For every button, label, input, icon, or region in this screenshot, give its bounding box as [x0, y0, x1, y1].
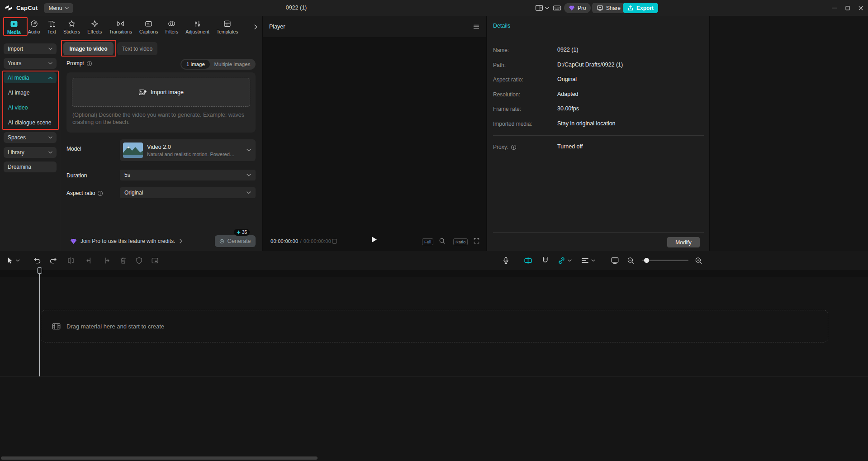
timeline-area[interactable]: Drag material here and start to create	[0, 270, 868, 461]
timeline-toolbar	[0, 251, 868, 270]
generate-button[interactable]: Generate	[215, 235, 256, 247]
sidebar-item-ai-media[interactable]: AI media	[4, 72, 57, 83]
modify-button[interactable]: Modify	[667, 237, 700, 247]
cover-display-icon[interactable]	[611, 257, 619, 265]
aspect-ratio-value: Original	[124, 190, 143, 196]
tab-label: Transitions	[109, 29, 132, 34]
ratio-button[interactable]: Ratio	[453, 238, 468, 245]
timeline-zoom-slider[interactable]	[642, 260, 688, 261]
zoom-out-icon[interactable]	[627, 257, 635, 265]
horizontal-scrollbar[interactable]	[1, 456, 318, 460]
templates-icon	[223, 20, 231, 28]
detail-row-path: Path: D:/CapCut Drafts/0922 (1)	[493, 62, 704, 70]
delete-icon[interactable]	[119, 257, 127, 265]
tab-transitions[interactable]: Transitions	[105, 20, 136, 34]
overlay-pip-icon[interactable]	[151, 257, 159, 265]
chevron-down-icon[interactable]	[16, 259, 20, 262]
sidebar-item-spaces[interactable]: Spaces	[4, 132, 57, 143]
mask-shield-icon[interactable]	[135, 257, 143, 265]
text-to-video-button[interactable]: Text to video	[117, 42, 157, 55]
drag-material-dropzone[interactable]: Drag material here and start to create	[41, 310, 828, 342]
current-time: 00:00:00:00	[270, 238, 298, 244]
linking-icon[interactable]	[557, 257, 566, 265]
chevron-down-icon	[48, 151, 52, 154]
timeline-ruler[interactable]	[0, 270, 868, 277]
close-button[interactable]	[854, 0, 867, 16]
keyboard-shortcuts-button[interactable]	[553, 0, 561, 16]
sidebar-item-dreamina[interactable]: Dreamina	[4, 162, 57, 172]
info-icon	[97, 190, 103, 196]
menu-button[interactable]: Menu	[44, 3, 73, 13]
chevron-down-icon[interactable]	[591, 259, 595, 262]
play-button[interactable]	[371, 236, 377, 243]
app-name: CapCut	[16, 5, 38, 11]
select-tool-icon[interactable]	[6, 257, 14, 265]
window-controls	[828, 0, 867, 16]
sidebar-item-yours[interactable]: Yours	[4, 58, 57, 69]
multiple-images-option[interactable]: Multiple images	[210, 62, 255, 67]
detail-row-imported-media: Imported media: Stay in original locatio…	[493, 121, 704, 128]
prompt-box[interactable]: Import image (Optional) Describe the vid…	[66, 72, 256, 133]
panel-layout-button[interactable]	[535, 0, 549, 16]
sidebar-item-library[interactable]: Library	[4, 147, 57, 158]
sidebar-item-ai-image[interactable]: AI image	[4, 87, 57, 98]
microphone-icon[interactable]	[502, 257, 510, 265]
more-tabs-button[interactable]	[252, 22, 259, 31]
chevron-down-icon[interactable]	[568, 259, 572, 262]
sidebar-item-ai-dialogue-scene[interactable]: AI dialogue scene	[4, 117, 57, 128]
pro-button[interactable]: Pro	[564, 3, 591, 13]
frame-view-icon[interactable]	[332, 238, 337, 244]
export-button[interactable]: Export	[623, 3, 658, 13]
filters-icon	[168, 20, 175, 28]
player-menu-icon[interactable]	[473, 23, 480, 30]
trim-left-icon[interactable]	[85, 257, 93, 265]
zoom-fit-icon[interactable]	[439, 238, 446, 244]
effects-sparkle-icon	[91, 20, 99, 28]
tab-audio[interactable]: Audio	[24, 20, 44, 34]
tab-media[interactable]: Media	[4, 20, 24, 35]
info-icon	[86, 61, 92, 67]
tab-adjustment[interactable]: Adjustment	[182, 20, 213, 34]
divider	[493, 232, 704, 233]
playhead-handle[interactable]	[37, 267, 42, 274]
zoom-slider-knob[interactable]	[644, 258, 649, 263]
details-title: Details	[493, 23, 510, 29]
tab-effects[interactable]: Effects	[84, 20, 105, 34]
chevron-down-icon	[247, 191, 251, 194]
detail-label: Imported media:	[493, 121, 532, 127]
one-image-option[interactable]: 1 image	[181, 60, 210, 69]
split-icon[interactable]	[67, 257, 75, 265]
undo-icon[interactable]	[33, 257, 42, 265]
divider	[493, 135, 704, 136]
trim-right-icon[interactable]	[103, 257, 111, 265]
tab-text[interactable]: Text	[44, 20, 60, 34]
sidebar-item-import[interactable]: Import	[4, 43, 57, 54]
snapping-magnet-icon[interactable]	[541, 257, 550, 265]
maximize-button[interactable]	[841, 0, 854, 16]
join-pro-link[interactable]: Join Pro to use this feature with credit…	[70, 234, 182, 248]
tab-filters[interactable]: Filters	[162, 20, 182, 34]
zoom-in-icon[interactable]	[695, 257, 702, 265]
track-options-icon[interactable]	[581, 257, 589, 265]
tab-captions[interactable]: Captions	[136, 20, 161, 34]
image-plus-icon	[138, 89, 147, 96]
full-preview-button[interactable]: Full	[422, 238, 433, 245]
tab-label: Adjustment	[185, 29, 209, 34]
duration-selector[interactable]: 5s	[120, 170, 256, 181]
minimize-button[interactable]	[828, 0, 841, 16]
fullscreen-icon[interactable]	[473, 238, 480, 244]
image-to-video-button[interactable]: Image to video	[63, 42, 114, 55]
empty-area	[710, 16, 868, 251]
aspect-ratio-selector[interactable]: Original	[120, 187, 256, 198]
preview-axis-icon[interactable]	[524, 257, 532, 265]
chevron-down-icon	[48, 136, 52, 139]
tab-templates[interactable]: Templates	[213, 20, 242, 34]
redo-icon[interactable]	[49, 257, 57, 265]
model-description: Natural and realistic motion. Powered by…	[147, 152, 235, 157]
import-image-dropzone[interactable]: Import image	[72, 78, 250, 107]
share-button[interactable]: Share	[592, 3, 625, 13]
sidebar-item-label: Import	[8, 46, 23, 52]
sidebar-item-ai-video[interactable]: AI video	[4, 102, 57, 113]
model-selector[interactable]: Video 2.0 Natural and realistic motion. …	[120, 139, 256, 161]
tab-stickers[interactable]: Stickers	[60, 20, 84, 34]
